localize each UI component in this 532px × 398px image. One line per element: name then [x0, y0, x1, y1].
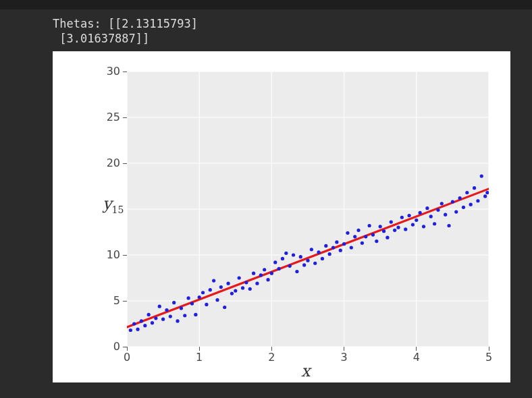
svg-point-84	[382, 229, 385, 233]
svg-point-33	[198, 295, 201, 299]
svg-point-69	[328, 252, 331, 256]
svg-point-107	[465, 191, 469, 194]
svg-point-108	[469, 203, 473, 206]
svg-point-48	[252, 272, 255, 275]
y-tick-label: 25	[93, 111, 120, 123]
svg-point-67	[321, 257, 324, 260]
svg-point-59	[292, 253, 295, 256]
svg-point-21	[154, 316, 157, 320]
svg-point-85	[385, 236, 389, 239]
svg-point-90	[404, 227, 407, 231]
svg-point-96	[425, 206, 429, 210]
svg-point-34	[201, 291, 205, 294]
svg-point-80	[368, 224, 371, 227]
x-tick-label: 1	[191, 351, 207, 364]
svg-point-47	[248, 287, 252, 291]
svg-point-66	[317, 250, 320, 254]
y-tick-mark	[123, 255, 127, 256]
svg-point-111	[480, 174, 483, 177]
svg-point-35	[205, 303, 208, 306]
svg-point-93	[415, 219, 418, 222]
svg-point-113	[485, 191, 489, 194]
x-tick-label: 4	[408, 351, 425, 364]
svg-point-91	[407, 214, 410, 217]
svg-point-73	[342, 242, 346, 246]
plot-svg	[127, 72, 489, 347]
matplotlib-figure: y15 x 0510202530012345	[53, 51, 510, 382]
svg-point-94	[419, 211, 422, 215]
y-tick-mark	[123, 301, 127, 302]
svg-point-95	[422, 225, 425, 228]
svg-point-23	[161, 318, 165, 321]
svg-point-26	[172, 301, 176, 304]
svg-point-60	[295, 270, 298, 273]
svg-line-13	[127, 189, 489, 327]
svg-point-64	[310, 248, 313, 251]
svg-point-62	[302, 263, 306, 266]
y-axis-label: y15	[103, 194, 124, 215]
window-tab-strip	[0, 0, 532, 9]
svg-point-101	[444, 213, 447, 217]
svg-point-19	[147, 313, 151, 316]
svg-point-105	[458, 196, 462, 200]
svg-point-58	[288, 264, 292, 268]
svg-point-74	[346, 231, 349, 235]
svg-point-28	[180, 306, 183, 310]
x-tick-label: 5	[481, 351, 497, 364]
svg-point-109	[473, 186, 476, 190]
stdout-text: Thetas: [[2.13115793] [3.01637887]]	[53, 16, 532, 46]
y-tick-mark	[123, 117, 127, 118]
svg-point-72	[339, 249, 342, 252]
svg-point-87	[393, 229, 396, 232]
svg-point-70	[331, 246, 335, 250]
svg-point-37	[212, 279, 215, 282]
svg-point-20	[151, 321, 154, 324]
svg-point-79	[364, 235, 367, 238]
svg-point-44	[238, 276, 241, 279]
svg-point-112	[483, 194, 487, 198]
svg-point-81	[371, 233, 375, 236]
svg-point-39	[219, 285, 223, 289]
svg-point-89	[400, 216, 404, 219]
svg-point-31	[190, 302, 194, 305]
svg-point-71	[335, 240, 338, 244]
svg-point-61	[299, 255, 302, 258]
svg-point-15	[132, 322, 136, 325]
svg-point-100	[440, 202, 444, 205]
y-tick-label: 10	[93, 248, 120, 261]
x-tick-mark	[199, 347, 200, 351]
svg-point-92	[411, 223, 415, 227]
x-axis-label: x	[301, 362, 311, 380]
notebook-output-cell: Thetas: [[2.13115793] [3.01637887]] y15 …	[0, 9, 532, 382]
svg-point-99	[436, 208, 440, 212]
svg-point-41	[226, 282, 230, 285]
x-tick-label: 2	[263, 351, 280, 364]
svg-point-88	[396, 226, 400, 229]
svg-point-102	[447, 224, 450, 227]
svg-point-77	[356, 229, 360, 232]
svg-point-65	[313, 262, 317, 265]
y-tick-label: 30	[93, 65, 120, 78]
svg-point-55	[277, 267, 281, 271]
x-tick-label: 0	[119, 351, 135, 364]
x-tick-mark	[127, 347, 128, 351]
svg-point-68	[324, 244, 327, 248]
svg-point-103	[451, 200, 454, 204]
y-tick-label: 5	[93, 294, 120, 307]
svg-point-56	[281, 257, 284, 260]
svg-point-38	[215, 298, 219, 302]
svg-point-50	[259, 273, 263, 277]
svg-point-51	[263, 268, 266, 271]
plot-axes	[127, 72, 489, 347]
svg-point-25	[169, 315, 172, 318]
y-tick-label: 20	[93, 157, 120, 169]
svg-point-98	[433, 222, 436, 225]
svg-point-49	[255, 282, 259, 285]
svg-point-29	[183, 314, 186, 317]
svg-point-63	[306, 259, 309, 262]
x-tick-mark	[271, 347, 272, 351]
x-tick-label: 3	[336, 351, 352, 364]
svg-point-14	[129, 329, 132, 332]
x-tick-mark	[489, 347, 489, 351]
svg-point-24	[165, 308, 168, 312]
